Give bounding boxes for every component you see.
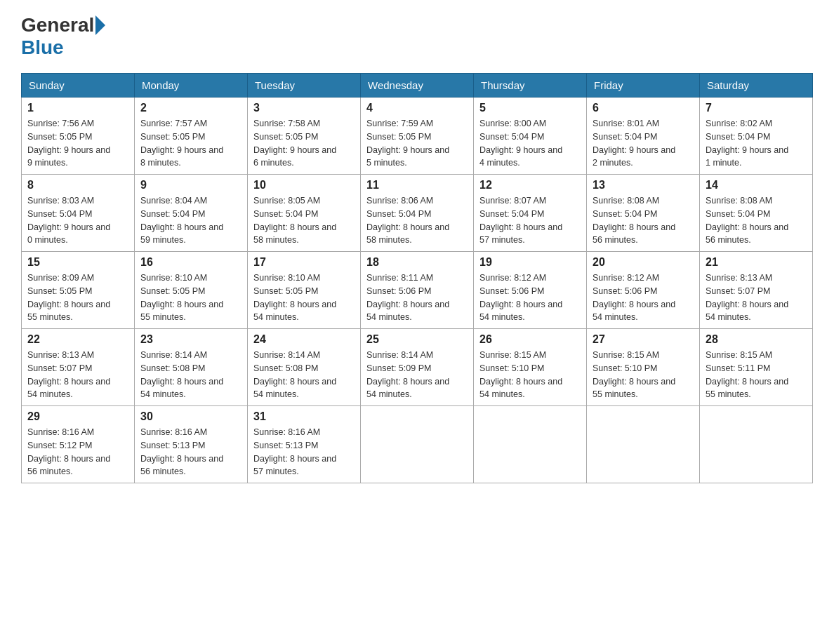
calendar-cell: 21 Sunrise: 8:13 AM Sunset: 5:07 PM Dayl… [700, 252, 813, 329]
calendar-cell: 2 Sunrise: 7:57 AM Sunset: 5:05 PM Dayli… [135, 98, 248, 175]
day-number: 27 [593, 333, 694, 346]
day-info: Sunrise: 7:56 AM Sunset: 5:05 PM Dayligh… [27, 117, 128, 170]
day-number: 11 [366, 179, 468, 192]
day-number: 8 [27, 179, 128, 192]
calendar-cell: 26 Sunrise: 8:15 AM Sunset: 5:10 PM Dayl… [474, 329, 587, 406]
calendar-cell: 5 Sunrise: 8:00 AM Sunset: 5:04 PM Dayli… [474, 98, 587, 175]
day-number: 4 [366, 102, 468, 114]
calendar-cell: 6 Sunrise: 8:01 AM Sunset: 5:04 PM Dayli… [587, 98, 700, 175]
day-number: 10 [253, 179, 355, 192]
calendar-cell: 3 Sunrise: 7:58 AM Sunset: 5:05 PM Dayli… [248, 98, 361, 175]
day-number: 21 [706, 256, 807, 269]
day-number: 30 [140, 410, 241, 423]
calendar-cell: 10 Sunrise: 8:05 AM Sunset: 5:04 PM Dayl… [248, 175, 361, 252]
calendar-cell: 18 Sunrise: 8:11 AM Sunset: 5:06 PM Dayl… [361, 252, 474, 329]
column-header-saturday: Saturday [700, 74, 813, 98]
day-info: Sunrise: 8:03 AM Sunset: 5:04 PM Dayligh… [27, 194, 128, 247]
column-header-sunday: Sunday [22, 74, 135, 98]
calendar-cell: 1 Sunrise: 7:56 AM Sunset: 5:05 PM Dayli… [22, 98, 135, 175]
calendar-cell: 13 Sunrise: 8:08 AM Sunset: 5:04 PM Dayl… [587, 175, 700, 252]
day-info: Sunrise: 8:14 AM Sunset: 5:09 PM Dayligh… [366, 349, 468, 401]
day-number: 5 [479, 102, 581, 114]
day-number: 15 [27, 256, 128, 269]
calendar-cell: 8 Sunrise: 8:03 AM Sunset: 5:04 PM Dayli… [22, 175, 135, 252]
calendar-week-row: 22 Sunrise: 8:13 AM Sunset: 5:07 PM Dayl… [22, 329, 813, 406]
day-info: Sunrise: 8:04 AM Sunset: 5:04 PM Dayligh… [140, 194, 241, 247]
day-number: 23 [140, 333, 241, 346]
day-number: 19 [479, 256, 581, 269]
calendar-cell: 12 Sunrise: 8:07 AM Sunset: 5:04 PM Dayl… [474, 175, 587, 252]
day-number: 31 [253, 410, 355, 423]
calendar-cell: 7 Sunrise: 8:02 AM Sunset: 5:04 PM Dayli… [700, 98, 813, 175]
day-number: 2 [140, 102, 241, 114]
day-number: 7 [706, 102, 807, 114]
calendar-week-row: 15 Sunrise: 8:09 AM Sunset: 5:05 PM Dayl… [22, 252, 813, 329]
column-header-friday: Friday [587, 74, 700, 98]
calendar-cell [587, 406, 700, 483]
day-number: 16 [140, 256, 241, 269]
calendar-cell: 25 Sunrise: 8:14 AM Sunset: 5:09 PM Dayl… [361, 329, 474, 406]
day-info: Sunrise: 8:00 AM Sunset: 5:04 PM Dayligh… [479, 117, 581, 170]
logo-blue-text: Blue [21, 36, 64, 59]
day-number: 17 [253, 256, 355, 269]
day-info: Sunrise: 8:09 AM Sunset: 5:05 PM Dayligh… [27, 271, 128, 324]
day-number: 25 [366, 333, 468, 346]
calendar-cell: 9 Sunrise: 8:04 AM Sunset: 5:04 PM Dayli… [135, 175, 248, 252]
day-number: 14 [706, 179, 807, 192]
day-number: 20 [593, 256, 694, 269]
calendar-cell: 19 Sunrise: 8:12 AM Sunset: 5:06 PM Dayl… [474, 252, 587, 329]
day-info: Sunrise: 8:16 AM Sunset: 5:13 PM Dayligh… [140, 426, 241, 478]
day-number: 12 [479, 179, 581, 192]
calendar-table: SundayMondayTuesdayWednesdayThursdayFrid… [21, 73, 813, 483]
calendar-cell: 29 Sunrise: 8:16 AM Sunset: 5:12 PM Dayl… [22, 406, 135, 483]
day-number: 28 [706, 333, 807, 346]
day-info: Sunrise: 8:14 AM Sunset: 5:08 PM Dayligh… [253, 349, 355, 401]
day-info: Sunrise: 8:02 AM Sunset: 5:04 PM Dayligh… [706, 117, 807, 170]
calendar-cell: 15 Sunrise: 8:09 AM Sunset: 5:05 PM Dayl… [22, 252, 135, 329]
logo-arrow-icon [95, 15, 105, 35]
day-info: Sunrise: 7:58 AM Sunset: 5:05 PM Dayligh… [253, 117, 355, 170]
day-info: Sunrise: 7:57 AM Sunset: 5:05 PM Dayligh… [140, 117, 241, 170]
day-info: Sunrise: 8:16 AM Sunset: 5:13 PM Dayligh… [253, 426, 355, 478]
day-info: Sunrise: 8:16 AM Sunset: 5:12 PM Dayligh… [27, 426, 128, 478]
day-number: 24 [253, 333, 355, 346]
calendar-cell: 23 Sunrise: 8:14 AM Sunset: 5:08 PM Dayl… [135, 329, 248, 406]
logo-general-text: General [21, 14, 94, 36]
day-number: 26 [479, 333, 581, 346]
day-info: Sunrise: 8:15 AM Sunset: 5:10 PM Dayligh… [479, 349, 581, 401]
calendar-cell: 11 Sunrise: 8:06 AM Sunset: 5:04 PM Dayl… [361, 175, 474, 252]
calendar-week-row: 29 Sunrise: 8:16 AM Sunset: 5:12 PM Dayl… [22, 406, 813, 483]
calendar-cell: 16 Sunrise: 8:10 AM Sunset: 5:05 PM Dayl… [135, 252, 248, 329]
calendar-cell: 24 Sunrise: 8:14 AM Sunset: 5:08 PM Dayl… [248, 329, 361, 406]
calendar-week-row: 1 Sunrise: 7:56 AM Sunset: 5:05 PM Dayli… [22, 98, 813, 175]
day-info: Sunrise: 8:05 AM Sunset: 5:04 PM Dayligh… [253, 194, 355, 247]
calendar-cell: 22 Sunrise: 8:13 AM Sunset: 5:07 PM Dayl… [22, 329, 135, 406]
day-info: Sunrise: 8:12 AM Sunset: 5:06 PM Dayligh… [593, 271, 694, 324]
calendar-cell [700, 406, 813, 483]
day-info: Sunrise: 8:06 AM Sunset: 5:04 PM Dayligh… [366, 194, 468, 247]
day-number: 29 [27, 410, 128, 423]
day-info: Sunrise: 8:12 AM Sunset: 5:06 PM Dayligh… [479, 271, 581, 324]
calendar-cell: 30 Sunrise: 8:16 AM Sunset: 5:13 PM Dayl… [135, 406, 248, 483]
day-number: 13 [593, 179, 694, 192]
page-header: General Blue [21, 14, 813, 59]
day-number: 18 [366, 256, 468, 269]
day-number: 1 [27, 102, 128, 114]
day-info: Sunrise: 8:07 AM Sunset: 5:04 PM Dayligh… [479, 194, 581, 247]
logo: General Blue [21, 14, 107, 59]
calendar-cell: 28 Sunrise: 8:15 AM Sunset: 5:11 PM Dayl… [700, 329, 813, 406]
day-info: Sunrise: 8:08 AM Sunset: 5:04 PM Dayligh… [706, 194, 807, 247]
day-info: Sunrise: 8:13 AM Sunset: 5:07 PM Dayligh… [706, 271, 807, 324]
day-info: Sunrise: 8:11 AM Sunset: 5:06 PM Dayligh… [366, 271, 468, 324]
calendar-cell: 27 Sunrise: 8:15 AM Sunset: 5:10 PM Dayl… [587, 329, 700, 406]
calendar-cell: 31 Sunrise: 8:16 AM Sunset: 5:13 PM Dayl… [248, 406, 361, 483]
day-number: 9 [140, 179, 241, 192]
day-info: Sunrise: 8:13 AM Sunset: 5:07 PM Dayligh… [27, 349, 128, 401]
day-number: 6 [593, 102, 694, 114]
calendar-cell: 17 Sunrise: 8:10 AM Sunset: 5:05 PM Dayl… [248, 252, 361, 329]
calendar-cell: 4 Sunrise: 7:59 AM Sunset: 5:05 PM Dayli… [361, 98, 474, 175]
column-header-monday: Monday [135, 74, 248, 98]
column-header-thursday: Thursday [474, 74, 587, 98]
day-info: Sunrise: 8:01 AM Sunset: 5:04 PM Dayligh… [593, 117, 694, 170]
column-header-wednesday: Wednesday [361, 74, 474, 98]
